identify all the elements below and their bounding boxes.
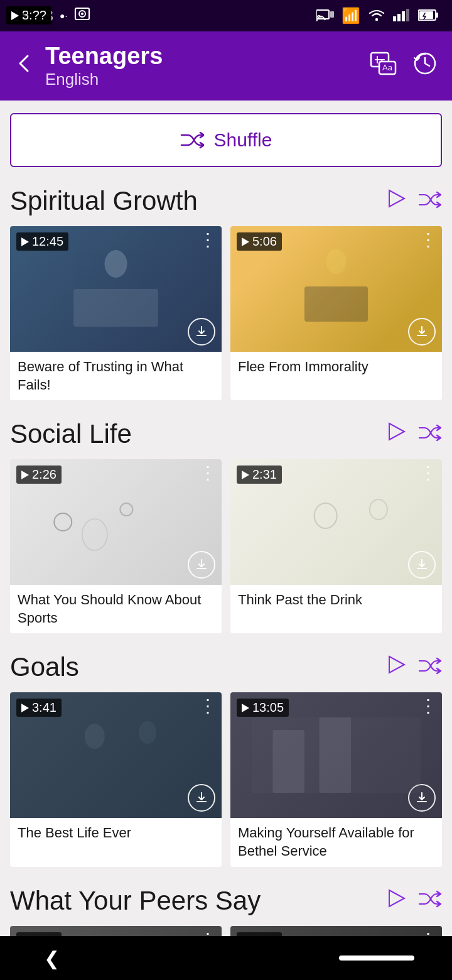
video-thumb-social-life-1: 2:31⋮ [230,459,442,585]
shuffle-icon [180,131,204,149]
video-card-social-life-0[interactable]: 2:26⋮ What You Should Know About Sports [10,459,222,633]
cards-row-social-life: 2:26⋮ What You Should Know About Sports2… [10,459,442,633]
back-button[interactable] [13,52,35,80]
cards-row-goals: 3:41⋮ The Best Life Ever13:05⋮ Making Yo… [10,692,442,866]
video-title-goals-0: The Best Life Ever [10,818,222,849]
signal-icon [393,6,411,26]
bluetooth-icon: 📶 [342,7,360,24]
svg-point-28 [370,499,387,520]
nav-home-indicator[interactable] [339,956,414,961]
svg-point-30 [85,724,105,749]
dot-icon: ●· [60,11,67,21]
translate-icon[interactable]: Aa [369,49,398,84]
svg-marker-23 [389,423,404,440]
video-title-goals-1: Making Yourself Available for Bethel Ser… [230,818,442,866]
header-left: Teenagers English [13,43,163,89]
section-title-goals: Goals [10,652,79,682]
header-title: Teenagers [45,43,163,70]
shuffle-section-button-what-your-peers-say[interactable] [418,888,442,913]
shuffle-section-button-spiritual-growth[interactable] [418,189,442,214]
svg-rect-22 [304,286,368,322]
section-title-social-life: Social Life [10,419,132,449]
section-social-life: Social Life 2:26⋮ What You Should Know A… [10,419,442,633]
play-all-button-goals[interactable] [384,653,407,681]
status-right: 📶 [316,6,439,26]
section-header-spiritual-growth: Spiritual Growth [10,186,442,216]
svg-point-6 [375,18,378,20]
cards-row-spiritual-growth: 12:45⋮ Beware of Trusting in What Fails!… [10,226,442,400]
bottom-bar: ❮ [0,936,452,980]
header-title-group: Teenagers English [45,43,163,89]
section-actions-spiritual-growth [384,187,442,215]
svg-rect-8 [397,14,401,21]
section-actions-what-your-peers-say [384,887,442,915]
svg-rect-33 [272,730,304,793]
section-actions-social-life [384,420,442,448]
svg-rect-10 [406,9,409,21]
section-goals: Goals 3:41⋮ The Best Life Ever13:05⋮ Mak… [10,652,442,866]
header-subtitle: English [45,70,163,89]
section-spiritual-growth: Spiritual Growth 12:45⋮ Beware of Trusti… [10,186,442,400]
section-header-what-your-peers-say: What Your Peers Say [10,886,442,916]
video-card-spiritual-growth-0[interactable]: 12:45⋮ Beware of Trusting in What Fails! [10,226,222,400]
svg-point-21 [326,249,347,274]
section-header-social-life: Social Life [10,419,442,449]
svg-rect-12 [436,13,438,18]
section-header-goals: Goals [10,652,442,682]
svg-rect-5 [330,11,334,18]
nav-back-button[interactable]: ❮ [38,941,66,976]
play-all-button-what-your-peers-say[interactable] [384,887,407,915]
video-thumb-spiritual-growth-1: 5:06⋮ [230,226,442,352]
battery-icon [418,6,439,26]
video-card-spiritual-growth-1[interactable]: 5:06⋮ Flee From Immorality [230,226,442,400]
svg-point-31 [139,721,156,744]
svg-marker-35 [389,890,404,906]
section-title-spiritual-growth: Spiritual Growth [10,186,198,216]
video-thumb-goals-0: 3:41⋮ [10,692,222,818]
video-title-spiritual-growth-0: Beware of Trusting in What Fails! [10,352,222,400]
svg-rect-20 [73,289,158,327]
video-title-social-life-0: What You Should Know About Sports [10,585,222,633]
video-thumb-spiritual-growth-0: 12:45⋮ [10,226,222,352]
video-card-social-life-1[interactable]: 2:31⋮ Think Past the Drink [230,459,442,633]
screenshot-icon [73,5,91,27]
svg-rect-13 [419,11,433,19]
svg-point-26 [82,519,107,550]
svg-point-24 [54,513,72,531]
svg-rect-9 [402,11,405,21]
svg-rect-7 [393,16,396,21]
sections-container: Spiritual Growth 12:45⋮ Beware of Trusti… [10,186,442,980]
play-all-button-spiritual-growth[interactable] [384,187,407,215]
wifi-icon [368,6,385,26]
video-thumb-goals-1: 13:05⋮ [230,692,442,818]
svg-point-19 [105,250,127,278]
video-title-social-life-1: Think Past the Drink [230,585,442,616]
header-right: Aa [369,49,439,84]
play-all-button-social-life[interactable] [384,420,407,448]
video-card-goals-1[interactable]: 13:05⋮ Making Yourself Available for Bet… [230,692,442,866]
svg-marker-18 [389,190,404,207]
header: Teenagers English Aa [0,31,452,101]
svg-point-2 [81,13,83,15]
status-bar: 11:18 ●· 📶 [0,0,452,31]
svg-marker-29 [389,656,404,673]
shuffle-label: Shuffle [214,129,272,151]
cast-icon [316,6,334,26]
video-thumb-social-life-0: 2:26⋮ [10,459,222,585]
main-content: Shuffle Spiritual Growth 12:45⋮ Beware o… [0,101,452,980]
section-title-what-your-peers-say: What Your Peers Say [10,886,261,916]
shuffle-section-button-goals[interactable] [418,655,442,680]
svg-point-25 [120,503,132,516]
svg-point-27 [315,503,337,528]
section-actions-goals [384,653,442,681]
shuffle-button[interactable]: Shuffle [10,113,442,167]
history-icon[interactable] [411,49,439,84]
video-title-spiritual-growth-1: Flee From Immorality [230,352,442,383]
svg-rect-34 [320,717,352,793]
video-card-goals-0[interactable]: 3:41⋮ The Best Life Ever [10,692,222,866]
shuffle-section-button-social-life[interactable] [418,422,442,447]
svg-text:Aa: Aa [382,63,393,72]
